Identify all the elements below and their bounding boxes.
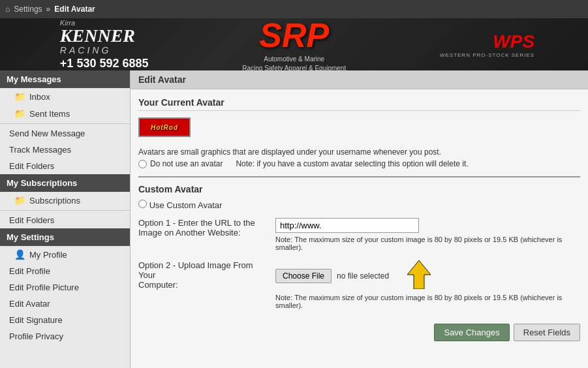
option1-content: Note: The maximum size of your custom im… [275,218,580,251]
sidebar-header-messages: My Messages [0,70,130,88]
breadcrumb-current: Edit Avatar [54,5,95,14]
save-button[interactable]: Save Changes [434,324,509,341]
use-custom-radio-label[interactable]: Use Custom Avatar [138,200,222,210]
sidebar-item-inbox[interactable]: 📁 Inbox [0,88,130,105]
breadcrumb: ⌂ Settings » Edit Avatar [0,0,588,18]
option1-row: Option 1 - Enter the URL to the Image on… [138,218,580,251]
folder-icon: 📁 [14,91,25,102]
sidebar-item-my-profile[interactable]: 👤 My Profile [0,246,130,263]
sidebar-item-sent[interactable]: 📁 Sent Items [0,105,130,122]
banner-racing: RACING [60,45,111,55]
sidebar-item-edit-avatar[interactable]: Edit Avatar [0,296,130,312]
arrow-indicator [407,260,431,291]
content-area: Edit Avatar Your Current Avatar HotRod A… [131,70,588,368]
banner: Kirra KENNER RACING +1 530 592 6885 SRP … [0,18,588,70]
use-custom-avatar-row: Use Custom Avatar [138,200,580,210]
custom-avatar-title: Custom Avatar [138,184,580,194]
sidebar-item-subscriptions[interactable]: 📁 Subscriptions [0,192,130,209]
sidebar-item-edit-signature[interactable]: Edit Signature [0,312,130,328]
breadcrumb-sep: » [46,5,51,14]
person-icon: 👤 [14,249,25,260]
avatar-image: HotRod [138,117,191,137]
option2-label: Option 2 - Upload Image From Your Comput… [138,260,262,290]
folder-icon-sent: 📁 [14,108,25,119]
option2-note: Note: The maximum size of your custom im… [275,294,580,309]
sidebar-header-subscriptions: My Subscriptions [0,174,130,192]
banner-kenner: KENNER [60,27,135,45]
banner-srp-sub2: Racing Safety Apparel & Equipment [242,64,346,70]
sidebar-item-edit-folders[interactable]: Edit Folders [0,158,130,174]
banner-phone: +1 530 592 6885 [60,57,149,70]
custom-avatar-section: Custom Avatar Use Custom Avatar Option 1… [138,176,580,341]
banner-wps: WPS [440,31,534,52]
content-header: Edit Avatar [131,70,588,89]
file-name-label: no file selected [337,271,389,281]
your-current-avatar-title: Your Current Avatar [138,97,580,111]
avatar-description: Avatars are small graphics that are disp… [138,147,580,157]
sidebar-section-settings: My Settings 👤 My Profile Edit Profile Ed… [0,228,130,345]
sidebar-item-edit-profile-picture[interactable]: Edit Profile Picture [0,279,130,296]
sidebar-header-settings: My Settings [0,228,130,246]
sidebar-item-send-new[interactable]: Send New Message [0,125,130,142]
sidebar-item-track[interactable]: Track Messages [0,142,130,158]
choose-file-button[interactable]: Choose File [275,269,332,283]
sidebar-item-profile-privacy[interactable]: Profile Privacy [0,328,130,345]
option2-content: Choose File no file selected Note: The m… [275,260,580,309]
sidebar-section-messages: My Messages 📁 Inbox 📁 Sent Items Send Ne… [0,70,130,174]
avatar-delete-note: Note: if you have a custom avatar select… [236,159,580,168]
breadcrumb-settings[interactable]: Settings [14,5,42,14]
sidebar: My Messages 📁 Inbox 📁 Sent Items Send Ne… [0,70,131,368]
url-input[interactable] [275,218,419,233]
file-upload-row: Choose File no file selected [275,260,580,291]
option1-note: Note: The maximum size of your custom im… [275,236,580,251]
do-not-use-avatar-radio[interactable]: Do not use an avatar [138,159,223,168]
sidebar-item-edit-folders2[interactable]: Edit Folders [0,212,130,228]
banner-srp: SRP [242,18,346,55]
sidebar-item-edit-profile[interactable]: Edit Profile [0,263,130,279]
reset-button[interactable]: Reset Fields [514,324,580,341]
option2-row: Option 2 - Upload Image From Your Comput… [138,260,580,309]
folder-icon-subs: 📁 [14,195,25,206]
current-avatar-section: HotRod Avatars are small graphics that a… [138,117,580,168]
sidebar-section-subscriptions: My Subscriptions 📁 Subscriptions Edit Fo… [0,174,130,228]
banner-wps-sub: WESTERN PRO-STOCK SERIES [440,52,534,58]
use-custom-radio[interactable] [138,200,147,208]
svg-marker-0 [407,260,431,289]
button-bar: Save Changes Reset Fields [138,318,580,341]
option1-label: Option 1 - Enter the URL to the Image on… [138,218,262,238]
home-icon[interactable]: ⌂ [5,5,10,14]
banner-srp-sub1: Automotive & Marine [242,55,346,64]
